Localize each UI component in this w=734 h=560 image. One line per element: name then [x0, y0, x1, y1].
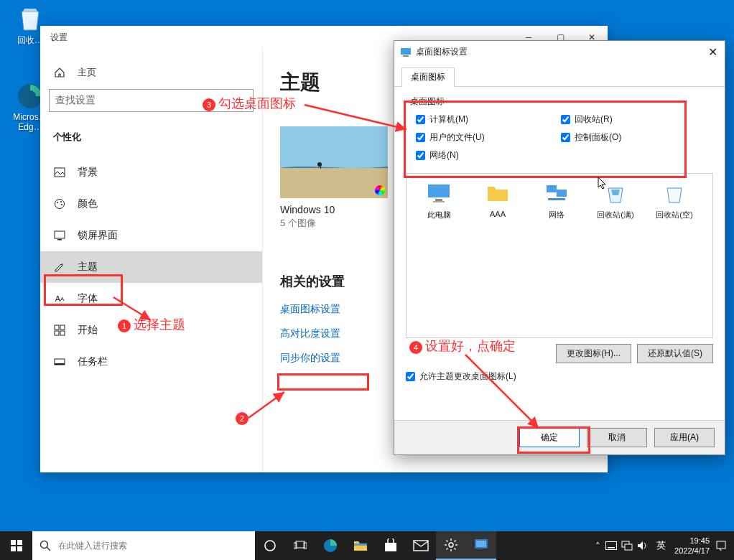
svg-rect-12: [60, 331, 65, 335]
preview-recycle-full[interactable]: 回收站(满): [586, 181, 645, 220]
preview-network[interactable]: 网络: [527, 181, 586, 220]
cursor-icon: [598, 177, 608, 190]
svg-rect-22: [435, 199, 442, 201]
tray-volume-icon[interactable]: [637, 541, 653, 551]
checkbox-grid: 计算机(M) 回收站(R) 用户的文件(U) 控制面板(O) 网络(N): [406, 108, 713, 169]
svg-rect-25: [557, 190, 567, 197]
svg-rect-10: [60, 325, 65, 330]
checkbox-controlpanel[interactable]: 控制面板(O): [561, 131, 703, 144]
start-icon: [53, 324, 66, 337]
checkbox-input[interactable]: [416, 115, 425, 124]
svg-point-5: [60, 201, 62, 202]
search-placeholder: 在此键入进行搜索: [58, 540, 127, 552]
folder-icon: [485, 181, 511, 207]
checkbox-userfiles[interactable]: 用户的文件(U): [416, 131, 558, 144]
svg-rect-32: [17, 540, 22, 545]
dialog-titlebar: 桌面图标设置 ✕: [394, 41, 725, 62]
checkbox-input[interactable]: [416, 151, 425, 160]
sidebar-label: 主题: [78, 261, 98, 274]
cortana-icon[interactable]: [255, 531, 285, 560]
preview-user[interactable]: AAA: [468, 181, 527, 218]
svg-point-1: [24, 90, 36, 102]
sidebar-start[interactable]: 开始: [40, 314, 262, 346]
cancel-button[interactable]: 取消: [587, 428, 647, 447]
dialog-close-button[interactable]: ✕: [700, 45, 725, 59]
taskbar-mail[interactable]: [406, 531, 436, 560]
checkbox-network[interactable]: 网络(N): [416, 149, 558, 162]
home-icon: [53, 66, 66, 79]
apply-button[interactable]: 应用(A): [654, 428, 715, 447]
svg-rect-8: [57, 239, 62, 241]
preview-recycle-empty[interactable]: 回收站(空): [645, 181, 704, 220]
svg-point-45: [449, 543, 453, 547]
checkbox-input[interactable]: [406, 372, 415, 381]
sidebar-taskbar[interactable]: 任务栏: [40, 346, 262, 378]
font-icon: AA: [53, 292, 66, 305]
svg-point-37: [265, 541, 275, 551]
taskbar-icon: [53, 355, 66, 368]
svg-point-6: [61, 204, 62, 205]
search-input[interactable]: 查找设置: [49, 89, 254, 112]
dialog-title-text: 桌面图标设置: [416, 46, 468, 58]
clock-date: 2022/4/17: [674, 546, 710, 556]
dialog-footer: 确定 取消 应用(A): [394, 420, 725, 454]
tray-ime-label[interactable]: 英: [653, 539, 669, 552]
checkbox-recycle[interactable]: 回收站(R): [561, 113, 703, 126]
sidebar-label: 锁屏界面: [78, 229, 118, 242]
svg-point-4: [57, 202, 58, 203]
taskbar-search[interactable]: 在此键入进行搜索: [32, 531, 255, 560]
svg-rect-43: [385, 543, 396, 551]
checkbox-input[interactable]: [561, 115, 570, 124]
svg-rect-55: [476, 541, 486, 547]
tab-desktop-icons[interactable]: 桌面图标: [401, 67, 455, 87]
svg-rect-21: [428, 185, 450, 197]
svg-rect-9: [55, 325, 59, 330]
svg-rect-57: [608, 547, 615, 549]
ok-button[interactable]: 确定: [519, 428, 580, 447]
preview-thispc[interactable]: 此电脑: [409, 181, 468, 220]
sidebar-fonts[interactable]: AA 字体: [40, 283, 262, 314]
taskbar-settings[interactable]: [436, 531, 466, 560]
sidebar-colors[interactable]: 颜色: [40, 188, 262, 220]
svg-rect-15: [280, 126, 388, 168]
lockscreen-icon: [53, 229, 66, 242]
icon-preview-row: 此电脑 AAA 网络 回收站(满) 回收站(空): [406, 173, 713, 338]
svg-rect-14: [55, 363, 65, 365]
svg-rect-34: [17, 546, 22, 551]
tray-chevron-up-icon[interactable]: ˄: [590, 541, 605, 551]
checkbox-input[interactable]: [561, 133, 570, 142]
change-icon-button[interactable]: 更改图标(H)...: [556, 344, 631, 363]
dialog-icon: [400, 46, 412, 57]
section-header: 个性化: [40, 126, 262, 157]
tray-keyboard-icon[interactable]: [605, 541, 621, 550]
svg-rect-44: [414, 541, 428, 551]
taskbar-store[interactable]: [376, 531, 406, 560]
sidebar-background[interactable]: 背景: [40, 157, 262, 188]
taskbar-explorer[interactable]: [345, 531, 376, 560]
palette-icon: [53, 197, 66, 210]
tray-notifications-icon[interactable]: [715, 540, 731, 551]
restore-default-button[interactable]: 还原默认值(S): [637, 344, 713, 363]
allow-themes-checkbox[interactable]: 允许主题更改桌面图标(L): [406, 370, 713, 383]
tray-clock[interactable]: 19:45 2022/4/17: [669, 536, 715, 556]
svg-line-53: [447, 549, 448, 550]
home-link[interactable]: 主页: [40, 62, 262, 89]
svg-rect-31: [11, 540, 16, 545]
svg-rect-33: [11, 546, 16, 551]
svg-line-52: [455, 541, 456, 542]
sidebar-lockscreen[interactable]: 锁屏界面: [40, 220, 262, 251]
svg-rect-2: [55, 168, 65, 177]
theme-thumbnail[interactable]: [280, 126, 388, 198]
taskbar-app[interactable]: [466, 531, 496, 560]
checkbox-computer[interactable]: 计算机(M): [416, 113, 558, 126]
dialog-tabs: 桌面图标: [394, 62, 725, 87]
checkbox-input[interactable]: [416, 133, 425, 142]
start-button[interactable]: [0, 531, 32, 560]
svg-line-50: [447, 541, 448, 542]
tray-network-icon[interactable]: [621, 541, 637, 551]
search-icon: [40, 540, 51, 551]
taskbar-edge[interactable]: [315, 531, 345, 560]
taskview-icon[interactable]: [285, 531, 315, 560]
sidebar-themes[interactable]: 主题: [40, 251, 262, 283]
svg-line-51: [455, 549, 456, 550]
